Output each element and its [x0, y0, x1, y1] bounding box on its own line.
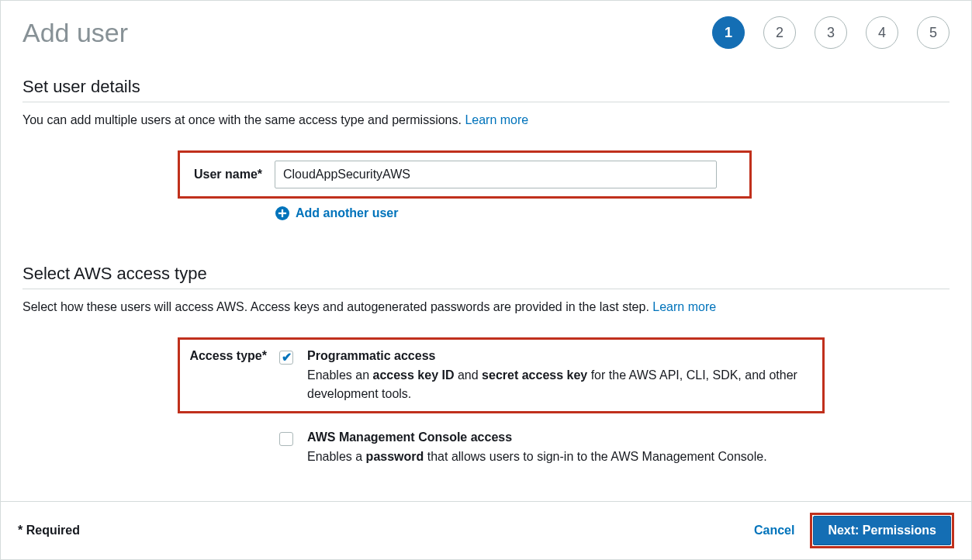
console-access-desc: Enables a password that allows users to …	[307, 448, 825, 466]
step-3[interactable]: 3	[815, 16, 847, 49]
footer: * Required Cancel Next: Permissions	[1, 501, 971, 559]
next-highlight: Next: Permissions	[810, 513, 954, 548]
access-type-intro: Select how these users will access AWS. …	[22, 300, 950, 314]
programmatic-access-title: Programmatic access	[307, 349, 813, 363]
divider	[22, 102, 950, 102]
learn-more-link-access[interactable]: Learn more	[652, 300, 716, 313]
set-user-details-intro: You can add multiple users at once with …	[22, 113, 950, 127]
page-title: Add user	[22, 18, 128, 48]
access-intro-text: Select how these users will access AWS. …	[22, 300, 652, 313]
svg-rect-2	[278, 213, 286, 214]
access-type-highlight: Access type* Programmatic access Enables…	[178, 337, 825, 413]
console-access-title: AWS Management Console access	[307, 430, 825, 444]
intro-text: You can add multiple users at once with …	[22, 113, 465, 126]
learn-more-link[interactable]: Learn more	[465, 113, 528, 126]
programmatic-access-checkbox[interactable]	[279, 351, 293, 365]
step-1[interactable]: 1	[712, 16, 745, 49]
set-user-details-heading: Set user details	[22, 77, 950, 97]
programmatic-access-desc: Enables an access key ID and secret acce…	[307, 366, 813, 403]
username-input[interactable]	[275, 161, 717, 188]
plus-circle-icon	[275, 206, 289, 220]
progress-steps: 1 2 3 4 5	[712, 16, 950, 49]
step-5[interactable]: 5	[917, 16, 950, 49]
access-type-label: Access type*	[189, 349, 279, 363]
step-4[interactable]: 4	[866, 16, 898, 49]
console-access-checkbox[interactable]	[279, 432, 293, 446]
add-another-user-button[interactable]: Add another user	[275, 206, 950, 220]
cancel-button[interactable]: Cancel	[754, 524, 794, 538]
divider	[22, 289, 950, 289]
username-highlight: User name*	[178, 150, 752, 199]
step-2[interactable]: 2	[763, 16, 796, 49]
next-permissions-button[interactable]: Next: Permissions	[813, 516, 951, 545]
add-another-user-label: Add another user	[296, 206, 398, 220]
required-note: * Required	[18, 524, 80, 538]
access-type-heading: Select AWS access type	[22, 264, 950, 284]
username-label: User name*	[189, 168, 275, 181]
